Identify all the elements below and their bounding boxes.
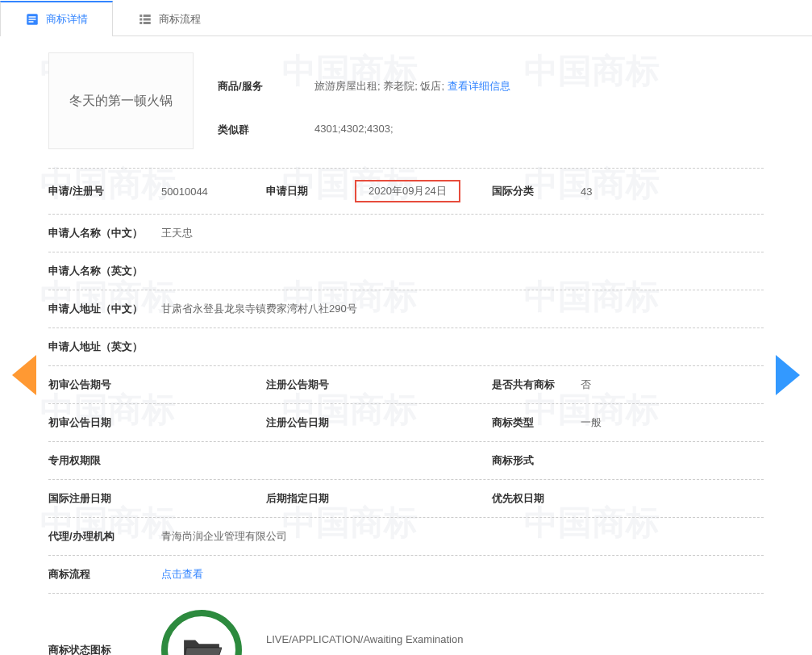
svg-rect-1 — [29, 16, 36, 18]
detail-icon — [25, 12, 40, 27]
next-arrow[interactable] — [776, 355, 800, 395]
row-intl-reg-date: 国际注册日期 后期指定日期 优先权日期 — [48, 479, 764, 517]
row-addr-en: 申请人地址（英文） — [48, 328, 764, 365]
svg-rect-8 — [139, 22, 142, 24]
process-link[interactable]: 点击查看 — [161, 568, 203, 580]
svg-rect-2 — [29, 19, 36, 20]
svg-rect-4 — [139, 15, 142, 17]
row-prelim-date: 初审公告日期 注册公告日期 商标类型 一般 — [48, 403, 764, 441]
row-prelim-no: 初审公告期号 注册公告期号 是否共有商标 否 — [48, 365, 764, 403]
tab-detail[interactable]: 商标详情 — [0, 1, 113, 36]
svg-rect-3 — [29, 21, 34, 23]
tab-process[interactable]: 商标流程 — [113, 1, 226, 36]
goods-detail-link[interactable]: 查看详细信息 — [448, 80, 510, 92]
joint-value: 否 — [581, 378, 764, 392]
group-label: 类似群 — [218, 123, 314, 137]
trademark-image: 冬天的第一顿火锅 — [48, 52, 194, 149]
row-status: 商标状态图标 LIVE/APPLICATION/Awaiting Examina… — [48, 593, 764, 655]
reg-no-value: 50010044 — [161, 186, 266, 198]
tab-process-label: 商标流程 — [159, 12, 201, 27]
row-applicant-en: 申请人名称（英文） — [48, 252, 764, 290]
applicant-cn-value: 王天忠 — [161, 226, 764, 240]
folder-icon — [181, 634, 222, 655]
svg-rect-5 — [144, 15, 151, 17]
row-reg-no: 申请/注册号 50010044 申请日期 2020年09月24日 国际分类 43 — [48, 168, 764, 214]
intl-class-value: 43 — [581, 186, 764, 198]
goods-label: 商品/服务 — [218, 79, 314, 94]
addr-cn-value: 甘肃省永登县龙泉寺镇费家湾村八社290号 — [161, 302, 764, 316]
process-icon — [138, 12, 152, 27]
tab-bar: 商标详情 商标流程 — [0, 0, 812, 36]
group-value: 4301;4302;4303; — [314, 123, 394, 137]
status-text: LIVE/APPLICATION/Awaiting Examination 等待… — [266, 629, 463, 655]
trademark-name: 冬天的第一顿火锅 — [69, 93, 173, 110]
row-excl-period: 专用权期限 商标形式 — [48, 441, 764, 479]
row-addr-cn: 申请人地址（中文） 甘肃省永登县龙泉寺镇费家湾村八社290号 — [48, 290, 764, 328]
app-date-value: 2020年09月24日 — [355, 180, 492, 202]
row-applicant-cn: 申请人名称（中文） 王天忠 — [48, 214, 764, 252]
row-process: 商标流程 点击查看 — [48, 555, 764, 593]
tm-type-value: 一般 — [581, 415, 764, 430]
agent-value: 青海尚润企业管理有限公司 — [161, 529, 764, 544]
prev-arrow[interactable] — [12, 355, 36, 395]
svg-rect-9 — [144, 22, 151, 24]
svg-rect-7 — [144, 18, 151, 20]
svg-rect-6 — [139, 18, 142, 20]
row-agent: 代理/办理机构 青海尚润企业管理有限公司 — [48, 517, 764, 555]
tab-detail-label: 商标详情 — [46, 12, 88, 27]
content-panel: 冬天的第一顿火锅 商品/服务 旅游房屋出租; 养老院; 饭店; 查看详细信息 类… — [0, 36, 812, 655]
status-icon — [161, 610, 242, 655]
goods-value: 旅游房屋出租; 养老院; 饭店; 查看详细信息 — [314, 79, 510, 94]
